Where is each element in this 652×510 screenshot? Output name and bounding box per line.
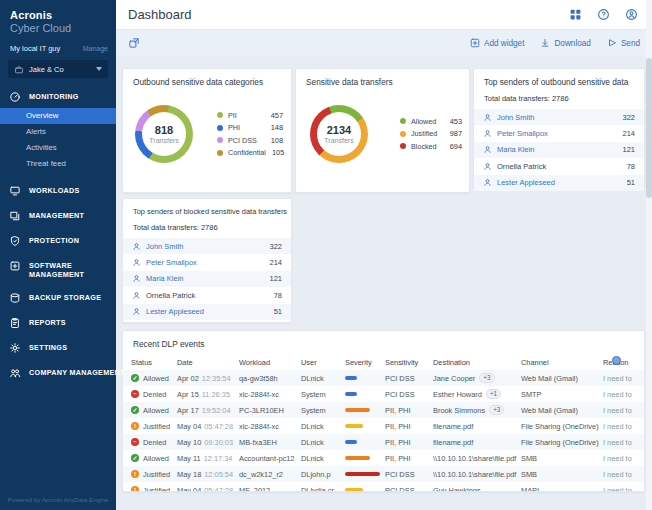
event-channel: SMB: [521, 470, 603, 479]
add-widget-button[interactable]: Add widget: [470, 38, 525, 48]
col-severity[interactable]: Severity: [345, 358, 385, 367]
col-date[interactable]: Date: [177, 358, 239, 367]
sender-name-link[interactable]: Lester Appleseed: [146, 307, 274, 316]
sender-row[interactable]: Maria Klein 121: [474, 142, 644, 158]
sender-name-link[interactable]: Peter Smallpox: [497, 129, 622, 138]
col-sensitivity[interactable]: Sensitivity: [385, 358, 433, 367]
send-label: Send: [621, 39, 640, 48]
sidebar-item-protection[interactable]: PROTECTION: [0, 235, 116, 247]
sender-name-link[interactable]: Peter Smallpox: [146, 258, 269, 267]
severity-fill: [345, 408, 370, 412]
sender-row[interactable]: Lester Appleseed 51: [123, 304, 291, 320]
nav-label-management: MANAGEMENT: [29, 210, 84, 221]
sender-row[interactable]: Ornella Patrick 78: [474, 158, 644, 174]
table-row[interactable]: Justified May 1812:05:54 dc_w2k12_r2 DLj…: [123, 466, 644, 482]
status-label: Justified: [143, 470, 170, 479]
legend-label: PCI DSS: [228, 136, 265, 145]
nav-label-workloads: WORKLOADS: [29, 185, 80, 196]
sender-name-link[interactable]: Ornella Patrick: [146, 291, 274, 300]
package-icon: [9, 260, 21, 272]
sidebar-item-alerts[interactable]: Alerts: [0, 124, 116, 140]
account-name: My local IT guy: [10, 44, 60, 53]
sender-row[interactable]: Lester Appleseed 51: [474, 175, 644, 191]
expand-icon[interactable]: [128, 37, 140, 49]
sidebar-item-reports[interactable]: REPORTS: [0, 317, 116, 329]
sidebar-item-activities[interactable]: Activities: [0, 140, 116, 156]
transfers-donut-chart: 2134 Transfers: [310, 105, 368, 163]
sidebar-item-software-management[interactable]: SOFTWARE MANAGEMENT: [0, 260, 116, 279]
widget-title: Sensitive data transfers: [296, 69, 469, 87]
destination-count-badge[interactable]: +3: [489, 405, 504, 415]
col-reason[interactable]: Reason: [603, 358, 636, 367]
table-row[interactable]: Justified May 0405:47:28 xlc-2884f-xc DL…: [123, 418, 644, 434]
table-row[interactable]: Justified May 0405:47:28 MF_2012_ DLlydi…: [123, 482, 644, 492]
nav-label-settings: SETTINGS: [29, 342, 67, 353]
sidebar-item-settings[interactable]: SETTINGS: [0, 342, 116, 354]
help-icon[interactable]: [597, 8, 610, 21]
table-row[interactable]: Allowed Apr 0212:35:54 qa-gw3t58h DLnick…: [123, 370, 644, 386]
send-button[interactable]: Send: [607, 38, 640, 48]
sender-name-link[interactable]: Maria Klein: [146, 274, 269, 283]
destination-count-badge[interactable]: +3: [479, 373, 494, 383]
col-destination[interactable]: Destination: [433, 358, 521, 367]
donut-total-value: 818: [155, 124, 173, 136]
sender-value: 121: [622, 145, 635, 154]
destination-count-badge[interactable]: +1: [486, 389, 501, 399]
sidebar-nav: MONITORING Overview Alerts Activities Th…: [0, 91, 116, 379]
categories-donut-chart: 818 Transfers: [135, 105, 193, 163]
sender-row[interactable]: Ornella Patrick 78: [123, 287, 291, 303]
sidebar-item-backup-storage[interactable]: BACKUP STORAGE: [0, 292, 116, 304]
legend-label: Blocked: [411, 142, 444, 151]
sender-row[interactable]: Maria Klein 121: [123, 271, 291, 287]
event-destination: Esther Howard: [433, 390, 482, 399]
event-date: May 04: [177, 422, 201, 431]
widget-top-outbound-senders: Top senders of outbound sensitive data T…: [473, 68, 645, 188]
sidebar-item-company-management[interactable]: COMPANY MANAGEMENT: [0, 367, 116, 379]
total-transfers-label: Total data transfers: 2786: [474, 87, 644, 103]
legend-value: 457: [271, 111, 283, 120]
sender-row[interactable]: John Smith 322: [474, 109, 644, 125]
table-row[interactable]: Denied May 1009:30:03 MB-fxa3EH DLnick P…: [123, 434, 644, 450]
sidebar-item-monitoring[interactable]: MONITORING: [0, 91, 116, 103]
sender-name-link[interactable]: John Smith: [146, 242, 269, 251]
table-row[interactable]: Allowed May 1112:17:34 Accountant-pc12 D…: [123, 450, 644, 466]
acronis-logo: Acronis Cyber Cloud: [0, 0, 116, 34]
severity-fill: [345, 392, 357, 396]
sender-name-link[interactable]: Lester Appleseed: [497, 178, 627, 187]
sidebar-item-threat-feed[interactable]: Threat feed: [0, 156, 116, 172]
download-button[interactable]: Download: [540, 38, 590, 48]
sender-name-link[interactable]: Maria Klein: [497, 145, 622, 154]
person-icon: [132, 242, 141, 251]
apps-grid-icon[interactable]: [569, 8, 582, 21]
scrollbar-thumb[interactable]: [646, 58, 652, 198]
status-icon: [131, 454, 139, 462]
workspace-selector[interactable]: Jake & Co: [8, 60, 108, 78]
sender-row[interactable]: Peter Smallpox 214: [474, 125, 644, 141]
event-time: 12:35:54: [202, 374, 231, 383]
sender-name-link[interactable]: Ornella Patrick: [497, 162, 627, 171]
sender-name-link[interactable]: John Smith: [497, 113, 622, 122]
sender-row[interactable]: Peter Smallpox 214: [123, 254, 291, 270]
legend-dot: [400, 118, 406, 124]
table-row[interactable]: Denied Apr 1511:26:35 xlc-2884f-xc Syste…: [123, 386, 644, 402]
severity-bar: [345, 376, 385, 380]
col-channel[interactable]: Channel: [521, 358, 603, 367]
sender-row[interactable]: John Smith 322: [123, 238, 291, 254]
sender-value: 51: [627, 178, 635, 187]
chevron-down-icon: [96, 67, 102, 71]
sidebar-item-management[interactable]: MANAGEMENT: [0, 210, 116, 222]
event-workload: PC-3LR10EH: [239, 406, 301, 415]
col-status[interactable]: Status: [131, 358, 177, 367]
event-date: May 04: [177, 486, 201, 493]
account-icon[interactable]: [625, 8, 638, 21]
sidebar-item-overview[interactable]: Overview: [0, 108, 116, 124]
manage-link[interactable]: Manage: [83, 45, 108, 52]
sidebar-item-workloads[interactable]: WORKLOADS: [0, 185, 116, 197]
severity-fill: [345, 376, 357, 380]
col-workload[interactable]: Workload: [239, 358, 301, 367]
download-label: Download: [554, 39, 590, 48]
col-user[interactable]: User: [301, 358, 345, 367]
status-label: Denied: [143, 438, 166, 447]
table-row[interactable]: Allowed Apr 1719:52:04 PC-3LR10EH System…: [123, 402, 644, 418]
legend-dot: [217, 137, 223, 143]
